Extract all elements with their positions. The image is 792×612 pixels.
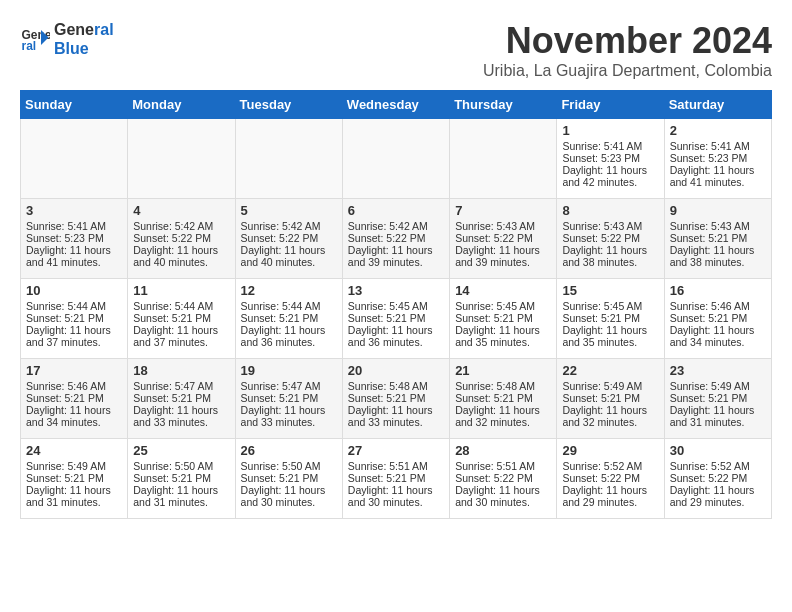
day-info: Sunset: 5:22 PM [562,472,658,484]
calendar-cell: 20Sunrise: 5:48 AMSunset: 5:21 PMDayligh… [342,359,449,439]
svg-text:ral: ral [22,39,37,53]
day-number: 5 [241,203,337,218]
day-info: Daylight: 11 hours and 30 minutes. [455,484,551,508]
calendar-table: SundayMondayTuesdayWednesdayThursdayFrid… [20,90,772,519]
calendar-cell: 27Sunrise: 5:51 AMSunset: 5:21 PMDayligh… [342,439,449,519]
day-info: Sunrise: 5:49 AM [26,460,122,472]
calendar-cell [21,119,128,199]
day-info: Sunset: 5:21 PM [670,392,766,404]
day-number: 11 [133,283,229,298]
day-number: 22 [562,363,658,378]
calendar-cell: 14Sunrise: 5:45 AMSunset: 5:21 PMDayligh… [450,279,557,359]
calendar-cell: 1Sunrise: 5:41 AMSunset: 5:23 PMDaylight… [557,119,664,199]
day-info: Sunset: 5:21 PM [133,312,229,324]
day-info: Sunrise: 5:49 AM [670,380,766,392]
day-info: Sunrise: 5:51 AM [455,460,551,472]
day-info: Sunset: 5:21 PM [26,472,122,484]
calendar-cell: 11Sunrise: 5:44 AMSunset: 5:21 PMDayligh… [128,279,235,359]
day-info: Daylight: 11 hours and 30 minutes. [241,484,337,508]
day-info: Daylight: 11 hours and 36 minutes. [348,324,444,348]
day-number: 4 [133,203,229,218]
logo-icon: Gene ral [20,24,50,54]
calendar-cell [235,119,342,199]
day-info: Sunrise: 5:44 AM [241,300,337,312]
day-number: 6 [348,203,444,218]
day-info: Daylight: 11 hours and 31 minutes. [133,484,229,508]
day-info: Sunrise: 5:43 AM [670,220,766,232]
day-info: Daylight: 11 hours and 29 minutes. [562,484,658,508]
day-info: Sunset: 5:21 PM [348,392,444,404]
day-number: 25 [133,443,229,458]
calendar-week-2: 3Sunrise: 5:41 AMSunset: 5:23 PMDaylight… [21,199,772,279]
day-info: Sunrise: 5:51 AM [348,460,444,472]
calendar-cell: 12Sunrise: 5:44 AMSunset: 5:21 PMDayligh… [235,279,342,359]
calendar-cell [450,119,557,199]
calendar-cell: 6Sunrise: 5:42 AMSunset: 5:22 PMDaylight… [342,199,449,279]
day-number: 7 [455,203,551,218]
day-info: Sunrise: 5:52 AM [562,460,658,472]
day-info: Sunset: 5:21 PM [26,392,122,404]
calendar-cell: 3Sunrise: 5:41 AMSunset: 5:23 PMDaylight… [21,199,128,279]
day-info: Daylight: 11 hours and 31 minutes. [670,404,766,428]
day-info: Daylight: 11 hours and 42 minutes. [562,164,658,188]
day-number: 28 [455,443,551,458]
day-info: Daylight: 11 hours and 32 minutes. [562,404,658,428]
day-info: Sunrise: 5:41 AM [670,140,766,152]
day-number: 24 [26,443,122,458]
day-info: Sunrise: 5:42 AM [241,220,337,232]
day-info: Sunrise: 5:42 AM [348,220,444,232]
day-info: Daylight: 11 hours and 36 minutes. [241,324,337,348]
day-info: Daylight: 11 hours and 39 minutes. [348,244,444,268]
day-info: Daylight: 11 hours and 37 minutes. [26,324,122,348]
day-info: Daylight: 11 hours and 37 minutes. [133,324,229,348]
day-info: Sunset: 5:21 PM [133,472,229,484]
day-info: Sunrise: 5:50 AM [133,460,229,472]
day-info: Sunrise: 5:41 AM [562,140,658,152]
logo: Gene ral General Blue [20,20,114,58]
header-saturday: Saturday [664,91,771,119]
day-info: Sunset: 5:23 PM [670,152,766,164]
day-info: Daylight: 11 hours and 40 minutes. [241,244,337,268]
day-info: Daylight: 11 hours and 41 minutes. [670,164,766,188]
day-number: 14 [455,283,551,298]
day-info: Sunrise: 5:41 AM [26,220,122,232]
day-info: Daylight: 11 hours and 38 minutes. [670,244,766,268]
day-info: Sunrise: 5:45 AM [455,300,551,312]
day-number: 15 [562,283,658,298]
calendar-cell: 13Sunrise: 5:45 AMSunset: 5:21 PMDayligh… [342,279,449,359]
logo-text-line1: General [54,20,114,39]
day-info: Sunset: 5:21 PM [133,392,229,404]
calendar-header-row: SundayMondayTuesdayWednesdayThursdayFrid… [21,91,772,119]
calendar-cell: 5Sunrise: 5:42 AMSunset: 5:22 PMDaylight… [235,199,342,279]
day-info: Sunrise: 5:46 AM [26,380,122,392]
day-number: 29 [562,443,658,458]
day-info: Sunrise: 5:42 AM [133,220,229,232]
header-sunday: Sunday [21,91,128,119]
day-info: Sunrise: 5:43 AM [455,220,551,232]
day-number: 3 [26,203,122,218]
calendar-week-3: 10Sunrise: 5:44 AMSunset: 5:21 PMDayligh… [21,279,772,359]
day-info: Sunrise: 5:45 AM [348,300,444,312]
day-info: Daylight: 11 hours and 31 minutes. [26,484,122,508]
calendar-cell: 9Sunrise: 5:43 AMSunset: 5:21 PMDaylight… [664,199,771,279]
day-info: Daylight: 11 hours and 33 minutes. [241,404,337,428]
day-info: Daylight: 11 hours and 38 minutes. [562,244,658,268]
calendar-cell: 16Sunrise: 5:46 AMSunset: 5:21 PMDayligh… [664,279,771,359]
day-number: 30 [670,443,766,458]
day-number: 20 [348,363,444,378]
day-info: Daylight: 11 hours and 30 minutes. [348,484,444,508]
day-info: Sunset: 5:21 PM [562,392,658,404]
calendar-week-1: 1Sunrise: 5:41 AMSunset: 5:23 PMDaylight… [21,119,772,199]
day-info: Daylight: 11 hours and 34 minutes. [26,404,122,428]
day-number: 9 [670,203,766,218]
day-number: 19 [241,363,337,378]
day-info: Sunset: 5:21 PM [455,312,551,324]
day-info: Sunset: 5:21 PM [562,312,658,324]
calendar-week-5: 24Sunrise: 5:49 AMSunset: 5:21 PMDayligh… [21,439,772,519]
day-info: Daylight: 11 hours and 40 minutes. [133,244,229,268]
day-info: Sunset: 5:21 PM [241,312,337,324]
day-info: Sunset: 5:21 PM [455,392,551,404]
day-info: Sunrise: 5:47 AM [133,380,229,392]
day-info: Daylight: 11 hours and 35 minutes. [562,324,658,348]
header-thursday: Thursday [450,91,557,119]
